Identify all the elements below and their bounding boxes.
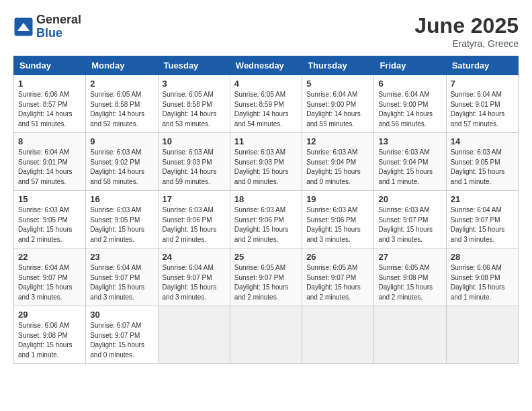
logo-blue: Blue (36, 27, 81, 40)
day-number: 3 (163, 79, 226, 89)
calendar-cell: 23 Sunrise: 6:04 AM Sunset: 9:07 PM Dayl… (86, 248, 158, 306)
day-info: Sunrise: 6:03 AM Sunset: 9:04 PM Dayligh… (378, 148, 441, 187)
calendar-cell: 5 Sunrise: 6:04 AM Sunset: 9:00 PM Dayli… (302, 75, 374, 133)
calendar-cell: 22 Sunrise: 6:04 AM Sunset: 9:07 PM Dayl… (14, 248, 86, 306)
calendar-cell (374, 306, 446, 364)
day-info: Sunrise: 6:05 AM Sunset: 9:07 PM Dayligh… (234, 263, 298, 302)
day-number: 27 (378, 252, 441, 262)
day-info: Sunrise: 6:05 AM Sunset: 8:58 PM Dayligh… (163, 90, 226, 129)
day-info: Sunrise: 6:04 AM Sunset: 9:07 PM Dayligh… (163, 263, 226, 302)
day-number: 18 (234, 194, 298, 204)
day-info: Sunrise: 6:05 AM Sunset: 9:08 PM Dayligh… (378, 263, 441, 302)
calendar-cell: 9 Sunrise: 6:03 AM Sunset: 9:02 PM Dayli… (86, 133, 158, 191)
calendar-cell: 8 Sunrise: 6:04 AM Sunset: 9:01 PM Dayli… (14, 133, 86, 191)
day-info: Sunrise: 6:07 AM Sunset: 9:07 PM Dayligh… (90, 321, 153, 360)
day-info: Sunrise: 6:03 AM Sunset: 9:03 PM Dayligh… (163, 148, 226, 187)
calendar-cell: 3 Sunrise: 6:05 AM Sunset: 8:58 PM Dayli… (158, 75, 230, 133)
calendar-cell: 20 Sunrise: 6:03 AM Sunset: 9:07 PM Dayl… (374, 191, 446, 248)
day-info: Sunrise: 6:03 AM Sunset: 9:06 PM Dayligh… (306, 205, 369, 244)
calendar-cell (446, 306, 518, 364)
day-number: 15 (18, 194, 81, 204)
calendar-cell: 13 Sunrise: 6:03 AM Sunset: 9:04 PM Dayl… (374, 133, 446, 191)
calendar-cell: 26 Sunrise: 6:05 AM Sunset: 9:07 PM Dayl… (302, 248, 374, 306)
month-title: June 2025 (414, 13, 519, 38)
day-number: 6 (378, 79, 441, 89)
week-row-1: 8 Sunrise: 6:04 AM Sunset: 9:01 PM Dayli… (14, 133, 519, 191)
day-info: Sunrise: 6:03 AM Sunset: 9:05 PM Dayligh… (90, 205, 153, 244)
week-row-2: 15 Sunrise: 6:03 AM Sunset: 9:05 PM Dayl… (14, 191, 519, 248)
calendar-cell: 14 Sunrise: 6:03 AM Sunset: 9:05 PM Dayl… (446, 133, 518, 191)
day-number: 4 (234, 79, 298, 89)
calendar-cell (158, 306, 230, 364)
day-info: Sunrise: 6:03 AM Sunset: 9:06 PM Dayligh… (163, 205, 226, 244)
week-row-4: 29 Sunrise: 6:06 AM Sunset: 9:08 PM Dayl… (14, 306, 519, 364)
day-info: Sunrise: 6:06 AM Sunset: 9:08 PM Dayligh… (18, 321, 81, 360)
logo-general: General (36, 13, 81, 27)
day-info: Sunrise: 6:05 AM Sunset: 8:59 PM Dayligh… (234, 90, 298, 129)
day-number: 21 (451, 194, 514, 204)
calendar-cell: 25 Sunrise: 6:05 AM Sunset: 9:07 PM Dayl… (230, 248, 302, 306)
day-number: 11 (234, 136, 298, 146)
day-number: 16 (90, 194, 153, 204)
day-number: 25 (234, 252, 298, 262)
calendar-cell: 28 Sunrise: 6:06 AM Sunset: 9:08 PM Dayl… (446, 248, 518, 306)
day-info: Sunrise: 6:03 AM Sunset: 9:07 PM Dayligh… (378, 205, 441, 244)
day-info: Sunrise: 6:03 AM Sunset: 9:05 PM Dayligh… (451, 148, 514, 187)
day-number: 23 (90, 252, 153, 262)
day-number: 14 (451, 136, 514, 146)
day-info: Sunrise: 6:04 AM Sunset: 9:00 PM Dayligh… (378, 90, 441, 129)
calendar-cell (230, 306, 302, 364)
calendar-cell: 10 Sunrise: 6:03 AM Sunset: 9:03 PM Dayl… (158, 133, 230, 191)
calendar-cell: 21 Sunrise: 6:04 AM Sunset: 9:07 PM Dayl… (446, 191, 518, 248)
day-number: 19 (306, 194, 369, 204)
day-number: 28 (451, 252, 514, 262)
logo-text: General Blue (36, 13, 81, 40)
day-number: 29 (18, 310, 81, 320)
day-number: 12 (306, 136, 369, 146)
calendar-cell: 6 Sunrise: 6:04 AM Sunset: 9:00 PM Dayli… (374, 75, 446, 133)
calendar-cell: 18 Sunrise: 6:03 AM Sunset: 9:06 PM Dayl… (230, 191, 302, 248)
col-header-tuesday: Tuesday (158, 56, 230, 75)
day-info: Sunrise: 6:04 AM Sunset: 9:01 PM Dayligh… (18, 148, 81, 187)
calendar-cell: 16 Sunrise: 6:03 AM Sunset: 9:05 PM Dayl… (86, 191, 158, 248)
day-info: Sunrise: 6:04 AM Sunset: 9:07 PM Dayligh… (90, 263, 153, 302)
day-number: 17 (163, 194, 226, 204)
calendar-table: SundayMondayTuesdayWednesdayThursdayFrid… (13, 56, 519, 364)
day-info: Sunrise: 6:03 AM Sunset: 9:02 PM Dayligh… (90, 148, 153, 187)
day-number: 2 (90, 79, 153, 89)
calendar-cell: 15 Sunrise: 6:03 AM Sunset: 9:05 PM Dayl… (14, 191, 86, 248)
day-number: 20 (378, 194, 441, 204)
day-number: 22 (18, 252, 81, 262)
title-area: June 2025 Eratyra, Greece (414, 13, 519, 49)
calendar-cell (302, 306, 374, 364)
day-number: 24 (163, 252, 226, 262)
day-number: 1 (18, 79, 81, 89)
day-info: Sunrise: 6:05 AM Sunset: 9:07 PM Dayligh… (306, 263, 369, 302)
col-header-thursday: Thursday (302, 56, 374, 75)
calendar-cell: 11 Sunrise: 6:03 AM Sunset: 9:03 PM Dayl… (230, 133, 302, 191)
col-header-saturday: Saturday (446, 56, 518, 75)
location: Eratyra, Greece (414, 38, 519, 49)
day-info: Sunrise: 6:04 AM Sunset: 9:07 PM Dayligh… (451, 205, 514, 244)
calendar-header-row: SundayMondayTuesdayWednesdayThursdayFrid… (14, 56, 519, 75)
day-number: 30 (90, 310, 153, 320)
calendar-cell: 30 Sunrise: 6:07 AM Sunset: 9:07 PM Dayl… (86, 306, 158, 364)
col-header-sunday: Sunday (14, 56, 86, 75)
calendar-cell: 29 Sunrise: 6:06 AM Sunset: 9:08 PM Dayl… (14, 306, 86, 364)
calendar-cell: 7 Sunrise: 6:04 AM Sunset: 9:01 PM Dayli… (446, 75, 518, 133)
logo: General Blue (13, 13, 81, 40)
week-row-3: 22 Sunrise: 6:04 AM Sunset: 9:07 PM Dayl… (14, 248, 519, 306)
page-header: General Blue June 2025 Eratyra, Greece (13, 13, 519, 49)
day-info: Sunrise: 6:04 AM Sunset: 9:01 PM Dayligh… (451, 90, 514, 129)
calendar-cell: 27 Sunrise: 6:05 AM Sunset: 9:08 PM Dayl… (374, 248, 446, 306)
day-info: Sunrise: 6:04 AM Sunset: 9:00 PM Dayligh… (306, 90, 369, 129)
week-row-0: 1 Sunrise: 6:06 AM Sunset: 8:57 PM Dayli… (14, 75, 519, 133)
day-info: Sunrise: 6:06 AM Sunset: 8:57 PM Dayligh… (18, 90, 81, 129)
day-info: Sunrise: 6:03 AM Sunset: 9:03 PM Dayligh… (234, 148, 298, 187)
day-number: 26 (306, 252, 369, 262)
calendar-cell: 17 Sunrise: 6:03 AM Sunset: 9:06 PM Dayl… (158, 191, 230, 248)
day-number: 7 (451, 79, 514, 89)
day-info: Sunrise: 6:03 AM Sunset: 9:05 PM Dayligh… (18, 205, 81, 244)
calendar-cell: 2 Sunrise: 6:05 AM Sunset: 8:58 PM Dayli… (86, 75, 158, 133)
day-number: 8 (18, 136, 81, 146)
